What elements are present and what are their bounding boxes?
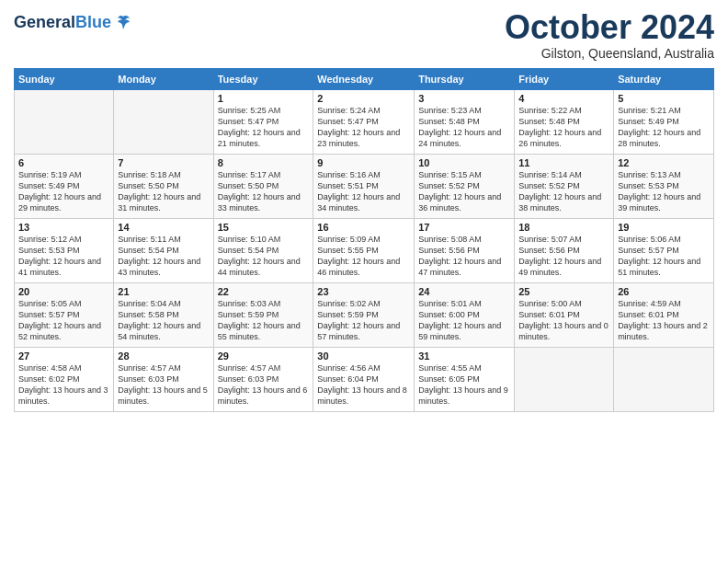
day-info: Sunrise: 5:04 AM Sunset: 5:58 PM Dayligh… [118, 298, 209, 343]
day-info: Sunrise: 4:57 AM Sunset: 6:03 PM Dayligh… [218, 362, 310, 408]
day-number: 17 [418, 222, 510, 233]
weekday-header-thursday: Thursday [415, 68, 515, 89]
day-number: 31 [418, 350, 510, 362]
calendar-cell: 10Sunrise: 5:15 AM Sunset: 5:52 PM Dayli… [415, 154, 515, 218]
calendar-cell: 8Sunrise: 5:17 AM Sunset: 5:50 PM Daylig… [213, 154, 313, 218]
day-number: 1 [218, 93, 310, 104]
calendar-cell: 4Sunrise: 5:22 AM Sunset: 5:48 PM Daylig… [515, 89, 614, 154]
month-title: October 2024 [505, 9, 714, 46]
weekday-header-friday: Friday [515, 68, 614, 89]
day-number: 11 [518, 157, 609, 168]
day-info: Sunrise: 5:06 AM Sunset: 5:57 PM Dayligh… [618, 234, 710, 279]
calendar-week-row: 6Sunrise: 5:19 AM Sunset: 5:49 PM Daylig… [15, 154, 714, 218]
calendar-cell [15, 89, 114, 154]
day-number: 14 [118, 222, 209, 233]
page-container: GeneralBlue October 2024 Gilston, Queens… [0, 0, 728, 421]
weekday-header-sunday: Sunday [15, 68, 114, 89]
day-number: 29 [218, 350, 310, 362]
day-number: 25 [518, 286, 609, 297]
calendar-cell: 16Sunrise: 5:09 AM Sunset: 5:55 PM Dayli… [313, 218, 415, 282]
day-info: Sunrise: 5:23 AM Sunset: 5:48 PM Dayligh… [418, 105, 510, 150]
day-info: Sunrise: 4:55 AM Sunset: 6:05 PM Dayligh… [418, 362, 510, 408]
day-info: Sunrise: 5:24 AM Sunset: 5:47 PM Dayligh… [317, 105, 410, 150]
day-number: 7 [118, 157, 209, 168]
day-info: Sunrise: 5:07 AM Sunset: 5:56 PM Dayligh… [518, 234, 609, 279]
day-number: 15 [218, 222, 310, 233]
day-info: Sunrise: 5:18 AM Sunset: 5:50 PM Dayligh… [118, 169, 209, 214]
calendar-cell: 28Sunrise: 4:57 AM Sunset: 6:03 PM Dayli… [114, 347, 213, 411]
calendar-cell: 7Sunrise: 5:18 AM Sunset: 5:50 PM Daylig… [114, 154, 213, 218]
calendar-cell: 12Sunrise: 5:13 AM Sunset: 5:53 PM Dayli… [614, 154, 714, 218]
day-number: 27 [18, 350, 109, 362]
day-info: Sunrise: 5:11 AM Sunset: 5:54 PM Dayligh… [118, 234, 209, 279]
day-number: 5 [618, 93, 710, 104]
day-info: Sunrise: 5:01 AM Sunset: 6:00 PM Dayligh… [418, 298, 510, 343]
calendar-week-row: 1Sunrise: 5:25 AM Sunset: 5:47 PM Daylig… [15, 89, 714, 154]
calendar-cell: 9Sunrise: 5:16 AM Sunset: 5:51 PM Daylig… [313, 154, 415, 218]
day-info: Sunrise: 5:15 AM Sunset: 5:52 PM Dayligh… [418, 169, 510, 214]
calendar-table: SundayMondayTuesdayWednesdayThursdayFrid… [14, 68, 714, 412]
calendar-cell: 5Sunrise: 5:21 AM Sunset: 5:49 PM Daylig… [614, 89, 714, 154]
day-number: 6 [18, 157, 109, 168]
day-number: 28 [118, 350, 209, 362]
calendar-cell [114, 89, 213, 154]
calendar-cell [515, 347, 614, 411]
day-number: 19 [618, 222, 710, 233]
calendar-cell: 30Sunrise: 4:56 AM Sunset: 6:04 PM Dayli… [313, 347, 415, 411]
day-info: Sunrise: 5:21 AM Sunset: 5:49 PM Dayligh… [618, 105, 710, 150]
calendar-cell: 22Sunrise: 5:03 AM Sunset: 5:59 PM Dayli… [213, 282, 313, 347]
calendar-cell: 29Sunrise: 4:57 AM Sunset: 6:03 PM Dayli… [213, 347, 313, 411]
calendar-cell: 25Sunrise: 5:00 AM Sunset: 6:01 PM Dayli… [515, 282, 614, 347]
calendar-cell: 6Sunrise: 5:19 AM Sunset: 5:49 PM Daylig… [15, 154, 114, 218]
day-info: Sunrise: 4:59 AM Sunset: 6:01 PM Dayligh… [618, 298, 710, 343]
title-area: October 2024 Gilston, Queensland, Austra… [505, 9, 714, 61]
calendar-week-row: 27Sunrise: 4:58 AM Sunset: 6:02 PM Dayli… [15, 347, 714, 411]
calendar-cell: 19Sunrise: 5:06 AM Sunset: 5:57 PM Dayli… [614, 218, 714, 282]
day-number: 4 [518, 93, 609, 104]
location: Gilston, Queensland, Australia [505, 46, 714, 61]
weekday-header-monday: Monday [114, 68, 213, 89]
day-number: 20 [18, 286, 109, 297]
calendar-cell: 31Sunrise: 4:55 AM Sunset: 6:05 PM Dayli… [415, 347, 515, 411]
calendar-cell: 14Sunrise: 5:11 AM Sunset: 5:54 PM Dayli… [114, 218, 213, 282]
logo: GeneralBlue [14, 9, 133, 33]
weekday-header-tuesday: Tuesday [213, 68, 313, 89]
calendar-cell: 3Sunrise: 5:23 AM Sunset: 5:48 PM Daylig… [415, 89, 515, 154]
logo-text: GeneralBlue [14, 14, 111, 32]
weekday-header-row: SundayMondayTuesdayWednesdayThursdayFrid… [15, 68, 714, 89]
day-number: 13 [18, 222, 109, 233]
day-info: Sunrise: 5:25 AM Sunset: 5:47 PM Dayligh… [218, 105, 310, 150]
day-info: Sunrise: 5:10 AM Sunset: 5:54 PM Dayligh… [218, 234, 310, 279]
calendar-cell: 17Sunrise: 5:08 AM Sunset: 5:56 PM Dayli… [415, 218, 515, 282]
day-info: Sunrise: 5:03 AM Sunset: 5:59 PM Dayligh… [218, 298, 310, 343]
calendar-cell: 20Sunrise: 5:05 AM Sunset: 5:57 PM Dayli… [15, 282, 114, 347]
day-number: 18 [518, 222, 609, 233]
calendar-cell: 21Sunrise: 5:04 AM Sunset: 5:58 PM Dayli… [114, 282, 213, 347]
calendar-cell: 23Sunrise: 5:02 AM Sunset: 5:59 PM Dayli… [313, 282, 415, 347]
day-number: 8 [218, 157, 310, 168]
weekday-header-wednesday: Wednesday [313, 68, 415, 89]
calendar-cell: 1Sunrise: 5:25 AM Sunset: 5:47 PM Daylig… [213, 89, 313, 154]
day-info: Sunrise: 4:58 AM Sunset: 6:02 PM Dayligh… [18, 362, 109, 408]
day-info: Sunrise: 5:19 AM Sunset: 5:49 PM Dayligh… [18, 169, 109, 214]
calendar-cell: 15Sunrise: 5:10 AM Sunset: 5:54 PM Dayli… [213, 218, 313, 282]
day-info: Sunrise: 4:56 AM Sunset: 6:04 PM Dayligh… [317, 362, 410, 408]
header: GeneralBlue October 2024 Gilston, Queens… [14, 9, 714, 61]
day-number: 22 [218, 286, 310, 297]
day-number: 30 [317, 350, 410, 362]
day-info: Sunrise: 5:17 AM Sunset: 5:50 PM Dayligh… [218, 169, 310, 214]
day-info: Sunrise: 5:22 AM Sunset: 5:48 PM Dayligh… [518, 105, 609, 150]
calendar-cell [614, 347, 714, 411]
day-info: Sunrise: 5:08 AM Sunset: 5:56 PM Dayligh… [418, 234, 510, 279]
day-number: 23 [317, 286, 410, 297]
weekday-header-saturday: Saturday [614, 68, 714, 89]
day-number: 21 [118, 286, 209, 297]
day-number: 9 [317, 157, 410, 168]
day-number: 24 [418, 286, 510, 297]
day-info: Sunrise: 5:00 AM Sunset: 6:01 PM Dayligh… [518, 298, 609, 343]
calendar-week-row: 20Sunrise: 5:05 AM Sunset: 5:57 PM Dayli… [15, 282, 714, 347]
day-info: Sunrise: 5:05 AM Sunset: 5:57 PM Dayligh… [18, 298, 109, 343]
day-number: 2 [317, 93, 410, 104]
day-number: 16 [317, 222, 410, 233]
day-info: Sunrise: 5:14 AM Sunset: 5:52 PM Dayligh… [518, 169, 609, 214]
